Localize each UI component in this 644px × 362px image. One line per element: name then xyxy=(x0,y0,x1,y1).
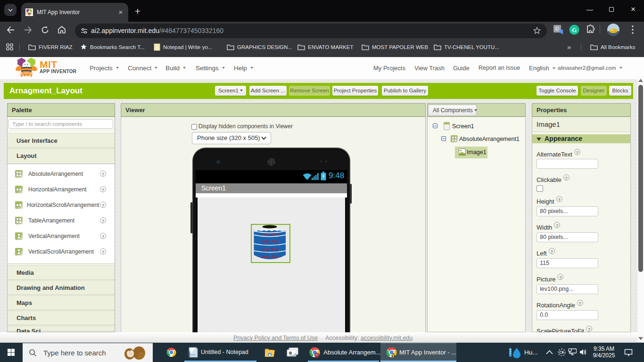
svg-text:Level: 25 %: Level: 25 % xyxy=(262,255,279,258)
svg-text:Level: 75 %: Level: 75 % xyxy=(262,240,279,243)
svg-text:G: G xyxy=(555,26,560,32)
svg-text:Level: 100 %: Level: 100 % xyxy=(261,233,280,236)
svg-text:Level: 50 %: Level: 50 % xyxy=(262,248,279,251)
svg-text:G: G xyxy=(572,26,577,33)
